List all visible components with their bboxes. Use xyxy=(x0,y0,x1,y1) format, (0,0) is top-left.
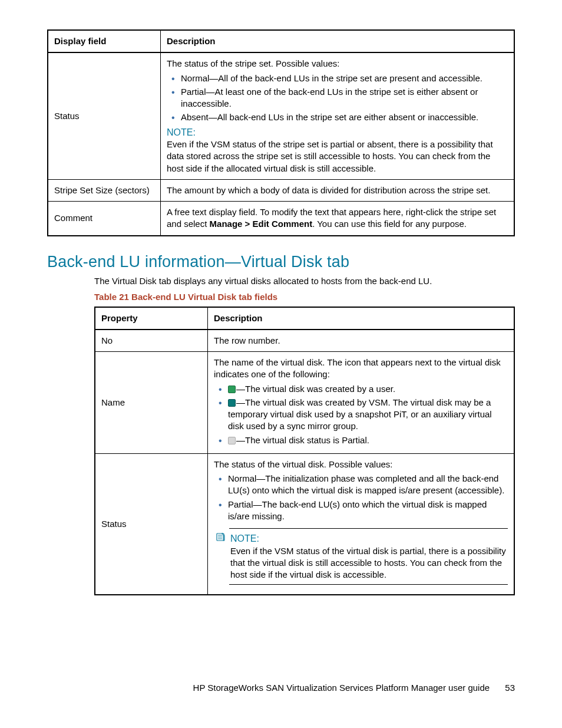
table-row: Stripe Set Size (sectors) The amount by … xyxy=(48,179,514,201)
table-row: Status The status of the stripe set. Pos… xyxy=(48,52,514,179)
cell-vd-status-desc: The status of the virtual disk. Possible… xyxy=(208,453,515,595)
cell-status-field: Status xyxy=(48,52,161,179)
section-intro: The Virtual Disk tab displays any virtua… xyxy=(94,276,515,286)
header-description: Description xyxy=(161,30,515,52)
note-box: NOTE: Even if the VSM status of the virt… xyxy=(216,528,508,585)
header-property: Property xyxy=(95,307,208,330)
header-display-field: Display field xyxy=(48,30,161,52)
table-header-row: Display field Description xyxy=(48,30,514,52)
list-item: Normal—All of the back-end LUs in the st… xyxy=(181,73,508,84)
note-label: NOTE: xyxy=(167,126,508,139)
bullet2-post: —The virtual disk was created by VSM. Th… xyxy=(228,397,492,431)
disk-partial-icon xyxy=(228,437,236,444)
table-virtual-disk-fields: Property Description No The row number. … xyxy=(94,307,515,596)
name-intro: The name of the virtual disk. The icon t… xyxy=(214,357,508,381)
disk-vsm-icon xyxy=(228,399,236,407)
note-bottom-line xyxy=(229,584,508,585)
bullet1-post: —The virtual disk was created by a user. xyxy=(236,384,395,394)
note-label: NOTE: xyxy=(230,532,508,545)
note-top-line xyxy=(229,528,508,529)
cell-no-field: No xyxy=(95,330,208,352)
cell-comment-field: Comment xyxy=(48,202,161,236)
list-item: Partial—At least one of the back-end LUs… xyxy=(181,86,508,110)
table-header-row: Property Description xyxy=(95,307,514,330)
cell-name-desc: The name of the virtual disk. The icon t… xyxy=(208,352,515,454)
table-row: No The row number. xyxy=(95,330,514,352)
page-number: 53 xyxy=(505,683,515,693)
table-row: Comment A free text display field. To mo… xyxy=(48,202,514,236)
section-heading: Back-end LU information—Virtual Disk tab xyxy=(47,253,515,271)
cell-vd-status-field: Status xyxy=(95,453,208,595)
comment-bold: Manage > Edit Comment xyxy=(210,219,313,229)
list-item: Partial—The back-end LU(s) onto which th… xyxy=(228,499,508,523)
vd-status-intro: The status of the virtual disk. Possible… xyxy=(214,459,508,470)
note-icon xyxy=(216,532,226,545)
cell-size-desc: The amount by which a body of data is di… xyxy=(161,179,515,201)
cell-comment-desc: A free text display field. To modify the… xyxy=(161,202,515,236)
comment-post: . You can use this field for any purpose… xyxy=(312,219,467,229)
list-item: Normal—The initialization phase was comp… xyxy=(228,473,508,497)
list-item: —The virtual disk was created by a user. xyxy=(228,383,508,395)
cell-name-field: Name xyxy=(95,352,208,454)
table-row: Status The status of the virtual disk. P… xyxy=(95,453,514,595)
disk-user-icon xyxy=(228,386,236,393)
cell-no-desc: The row number. xyxy=(208,330,515,352)
list-item: —The virtual disk status is Partial. xyxy=(228,434,508,446)
footer-title: HP StorageWorks SAN Virtualization Servi… xyxy=(193,683,490,693)
note-body: Even if the VSM status of the virtual di… xyxy=(230,545,508,581)
bullet3-post: —The virtual disk status is Partial. xyxy=(236,435,369,445)
note-body: Even if the VSM status of the stripe set… xyxy=(167,139,508,174)
cell-status-desc: The status of the stripe set. Possible v… xyxy=(161,52,515,179)
table-stripe-set-fields: Display field Description Status The sta… xyxy=(47,29,515,236)
name-bullets: —The virtual disk was created by a user.… xyxy=(214,383,508,446)
page-footer: HP StorageWorks SAN Virtualization Servi… xyxy=(193,683,515,693)
header-description: Description xyxy=(208,307,515,330)
table-caption: Table 21 Back-end LU Virtual Disk tab fi… xyxy=(94,292,515,302)
list-item: Absent—All back-end LUs in the stripe se… xyxy=(181,111,508,123)
list-item: —The virtual disk was created by VSM. Th… xyxy=(228,397,508,433)
status-bullets: Normal—All of the back-end LUs in the st… xyxy=(167,73,508,124)
cell-size-field: Stripe Set Size (sectors) xyxy=(48,179,161,201)
table-row: Name The name of the virtual disk. The i… xyxy=(95,352,514,454)
vd-status-bullets: Normal—The initialization phase was comp… xyxy=(214,473,508,522)
status-intro: The status of the stripe set. Possible v… xyxy=(167,58,508,70)
